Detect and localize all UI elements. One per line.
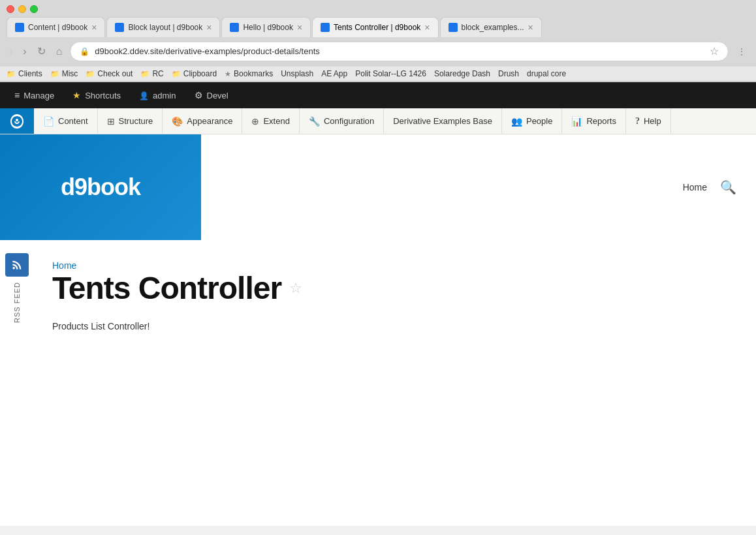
structure-icon: ⊞ — [107, 116, 115, 127]
site-header-nav: Home 🔍 — [201, 134, 756, 240]
bookmark-label: Unsplash — [281, 69, 313, 78]
tab-block-layout[interactable]: Block layout | d9book × — [106, 17, 220, 37]
tab-content-d9book[interactable]: Content | d9book × — [7, 17, 105, 37]
bookmark-rc[interactable]: 📁 RC — [140, 69, 163, 78]
tab-label-5: block_examples... — [462, 23, 524, 32]
menu-help[interactable]: ? Help — [626, 108, 671, 134]
close-button[interactable] — [7, 5, 14, 13]
home-button[interactable]: ⌂ — [54, 44, 65, 59]
tab-tents-controller[interactable]: Tents Controller | d9book × — [312, 17, 438, 37]
shortcuts-label: Shortcuts — [85, 91, 121, 100]
tab-close-4[interactable]: × — [424, 22, 430, 33]
site-search-button[interactable]: 🔍 — [720, 179, 736, 195]
favorite-star-icon[interactable]: ☆ — [289, 280, 302, 297]
bookmark-polit-solar[interactable]: Polit Solar--LG 1426 — [355, 69, 426, 78]
admin-user[interactable]: admin — [131, 85, 183, 106]
tab-label-1: Content | d9book — [28, 23, 87, 32]
site-header: d9book Home 🔍 — [0, 134, 756, 240]
fullscreen-button[interactable] — [30, 5, 38, 13]
tab-favicon-1 — [15, 23, 24, 32]
rss-icon — [10, 258, 24, 271]
menu-structure[interactable]: ⊞ Structure — [98, 108, 163, 134]
bookmark-misc[interactable]: 📁 Misc — [50, 69, 78, 78]
rss-label: RSS feed — [13, 282, 21, 323]
menu-appearance[interactable]: 🎨 Appearance — [163, 108, 242, 134]
drupal-logo[interactable] — [0, 108, 34, 134]
bookmark-label: RC — [152, 69, 163, 78]
derivative-examples-label: Derivative Examples Base — [393, 116, 492, 126]
bookmark-unsplash[interactable]: Unsplash — [281, 69, 313, 78]
site-header-blue: d9book — [0, 134, 201, 240]
bookmark-bookmarks[interactable]: ★ Bookmarks — [225, 69, 273, 78]
main-content: Home Tents Controller ☆ Products List Co… — [0, 240, 756, 373]
tab-close-3[interactable]: × — [297, 22, 302, 33]
bookmark-drush[interactable]: Drush — [498, 69, 519, 78]
tab-hello[interactable]: Hello | d9book × — [221, 17, 311, 37]
admin-shortcuts[interactable]: Shortcuts — [65, 85, 129, 106]
nav-home-link[interactable]: Home — [683, 182, 707, 192]
admin-devel[interactable]: Devel — [187, 85, 236, 106]
page-content: d9book Home 🔍 RSS feed Home Tents Contro… — [0, 134, 756, 526]
folder-icon: 📁 — [140, 70, 150, 78]
bookmark-label: Clipboard — [183, 69, 217, 78]
tab-block-examples[interactable]: block_examples... × — [440, 17, 542, 37]
menu-people[interactable]: 👥 People — [502, 108, 562, 134]
bookmark-clients[interactable]: 📁 Clients — [7, 69, 42, 78]
user-icon — [139, 90, 149, 100]
bookmark-drupal-core[interactable]: drupal core — [527, 69, 566, 78]
menu-derivative-examples[interactable]: Derivative Examples Base — [384, 108, 502, 134]
menu-appearance-label: Appearance — [187, 116, 232, 126]
extend-icon: ⊕ — [251, 116, 259, 127]
rss-sidebar: RSS feed — [0, 240, 34, 373]
star-icon: ★ — [225, 70, 231, 78]
tab-close-5[interactable]: × — [528, 22, 533, 33]
menu-extend-label: Extend — [263, 116, 289, 126]
bookmark-checkout[interactable]: 📁 Check out — [86, 69, 133, 78]
site-logo: d9book — [61, 174, 140, 201]
tab-favicon-4 — [321, 23, 330, 32]
bookmark-page-button[interactable]: ☆ — [710, 45, 719, 57]
config-icon: 🔧 — [309, 116, 320, 127]
shortcuts-star-icon — [72, 90, 81, 100]
address-bar[interactable]: 🔒 d9book2.ddev.site/derivative-examples/… — [70, 41, 729, 61]
bookmark-ae-app[interactable]: AE App — [321, 69, 347, 78]
tab-favicon-5 — [449, 23, 458, 32]
admin-manage[interactable]: Manage — [7, 85, 62, 106]
traffic-lights — [7, 5, 38, 13]
menu-content[interactable]: 📄 Content — [34, 108, 98, 134]
menu-structure-label: Structure — [119, 116, 153, 126]
content-icon: 📄 — [43, 116, 54, 127]
reload-button[interactable]: ↻ — [35, 44, 48, 59]
tab-label-3: Hello | d9book — [243, 23, 293, 32]
admin-label: admin — [153, 91, 176, 100]
breadcrumb-home[interactable]: Home — [52, 260, 76, 271]
menu-extend[interactable]: ⊕ Extend — [242, 108, 299, 134]
tab-label-2: Block layout | d9book — [128, 23, 202, 32]
bookmark-solaredge[interactable]: Solaredge Dash — [434, 69, 490, 78]
back-button[interactable]: ‹ — [7, 44, 15, 59]
menu-config-label: Configuration — [324, 116, 374, 126]
tab-close-1[interactable]: × — [91, 22, 97, 33]
menu-people-label: People — [526, 116, 552, 126]
extensions-button[interactable]: ⋮ — [734, 44, 749, 59]
address-bar-row: ‹ › ↻ ⌂ 🔒 d9book2.ddev.site/derivative-e… — [0, 37, 756, 67]
menu-reports-label: Reports — [586, 116, 616, 126]
bookmark-clipboard[interactable]: 📁 Clipboard — [172, 69, 217, 78]
people-icon: 👥 — [511, 116, 522, 127]
reports-icon: 📊 — [571, 116, 582, 127]
page-description: Products List Controller! — [52, 319, 704, 333]
menu-content-label: Content — [58, 116, 88, 126]
page-title: Tents Controller — [52, 271, 281, 306]
menu-configuration[interactable]: 🔧 Configuration — [300, 108, 384, 134]
tab-favicon-3 — [230, 23, 239, 32]
folder-icon: 📁 — [172, 70, 181, 78]
tab-close-2[interactable]: × — [206, 22, 212, 33]
security-icon: 🔒 — [80, 47, 89, 56]
forward-button[interactable]: › — [20, 44, 29, 59]
rss-icon-button[interactable] — [5, 253, 29, 277]
tab-label-4: Tents Controller | d9book — [334, 23, 420, 32]
minimize-button[interactable] — [18, 5, 26, 13]
folder-icon: 📁 — [86, 70, 95, 78]
menu-reports[interactable]: 📊 Reports — [562, 108, 626, 134]
bookmark-label: Polit Solar--LG 1426 — [355, 69, 426, 78]
